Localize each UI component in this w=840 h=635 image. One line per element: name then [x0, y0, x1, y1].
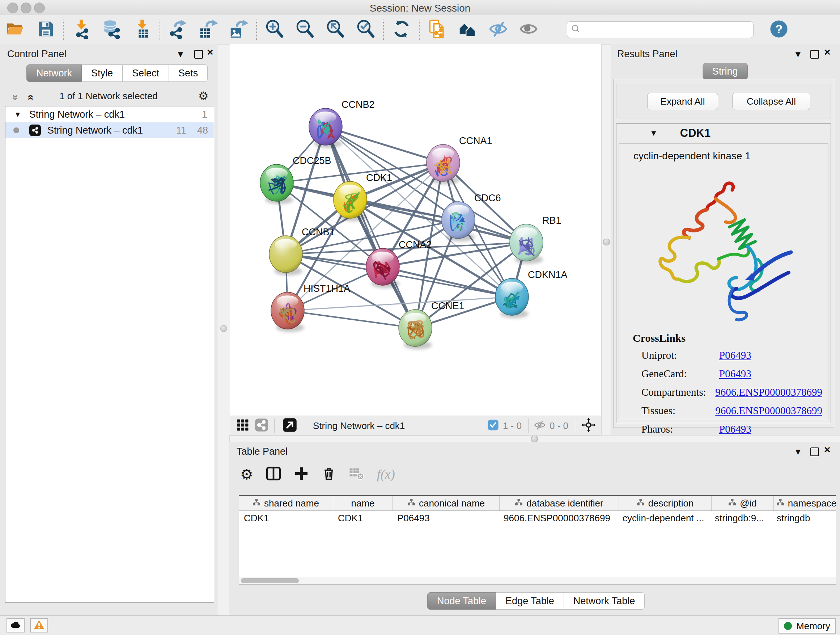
import-network-database-button[interactable] [96, 18, 127, 41]
birds-eye-view-button[interactable] [236, 418, 249, 433]
crosslink-link[interactable]: P06493 [719, 349, 752, 361]
network-node-CDK1[interactable] [333, 181, 367, 218]
delete-column-button[interactable] [321, 466, 336, 483]
zoom-out-button[interactable] [290, 18, 320, 41]
control-panel-close-button[interactable]: × [207, 48, 213, 57]
network-node-CDKN1A[interactable] [495, 279, 529, 315]
network-edge[interactable] [287, 310, 415, 328]
save-session-button[interactable] [30, 18, 61, 41]
show-columns-button[interactable] [265, 466, 281, 483]
crosslink-link[interactable]: 9606.ENSP00000378699 [715, 405, 822, 417]
tab-sets[interactable]: Sets [169, 65, 208, 82]
results-panel-float-button[interactable]: ▼ [794, 49, 802, 59]
crosslink-link[interactable]: P06493 [719, 368, 752, 380]
zoom-selected-button[interactable] [351, 18, 381, 41]
right-splitter[interactable] [601, 44, 611, 436]
pan-mode-icon[interactable] [581, 417, 596, 434]
network-node-CCNA2[interactable] [366, 249, 399, 285]
delete-table-button[interactable] [349, 466, 365, 483]
control-panel-float-button[interactable]: ▼ [176, 49, 185, 59]
results-panel-maximize-button[interactable] [810, 50, 819, 60]
open-view-button[interactable] [283, 418, 297, 434]
network-collection-row[interactable]: ▼ String Network – cdk1 1 [5, 106, 214, 122]
graphics-details-off-button[interactable] [483, 18, 513, 41]
column-header--id[interactable]: @id [712, 496, 774, 510]
export-network-button[interactable] [163, 18, 193, 41]
table-cell[interactable]: P06493 [392, 511, 499, 525]
table-cell[interactable]: CDK1 [333, 511, 392, 525]
network-node-CDC25B[interactable] [260, 165, 294, 201]
network-panel-options-button[interactable]: ⚙ [198, 89, 209, 103]
table-cell[interactable]: cyclin-dependent ... [617, 511, 710, 525]
table-cell[interactable]: 9606.ENSP00000378699 [499, 511, 617, 525]
help-button[interactable]: ? [764, 18, 794, 41]
hidden-eye-icon[interactable] [534, 419, 546, 432]
string-style-button[interactable] [255, 418, 268, 433]
tab-select[interactable]: Select [123, 65, 169, 82]
apply-layout-button[interactable] [386, 18, 417, 41]
tab-network[interactable]: Network [27, 65, 82, 82]
table-cell[interactable]: stringdb:9... [710, 511, 772, 525]
network-node-CCNE1[interactable] [399, 310, 432, 347]
network-node-CCNB2[interactable] [309, 108, 342, 145]
table-panel-close-button[interactable]: × [824, 445, 831, 455]
section-expander-icon[interactable]: ▼ [650, 128, 658, 138]
network-node-RB1[interactable] [510, 224, 543, 261]
selected-checkbox-icon[interactable] [488, 420, 499, 432]
table-cell[interactable]: CDK1 [239, 511, 333, 525]
network-node-CCNB1[interactable] [269, 236, 302, 272]
tab-edge-table[interactable]: Edge Table [496, 592, 564, 610]
network-edge[interactable] [325, 127, 443, 163]
warnings-button[interactable] [30, 618, 48, 632]
column-header-name[interactable]: name [333, 496, 393, 510]
zoom-in-button[interactable] [259, 18, 290, 41]
tree-expander-icon[interactable]: ▼ [14, 111, 21, 119]
crosslink-link[interactable]: 9606.ENSP00000378699 [715, 386, 822, 398]
left-splitter[interactable] [217, 44, 230, 616]
function-builder-button[interactable]: f(x) [377, 467, 395, 482]
column-header-shared-name[interactable]: shared name [239, 496, 333, 510]
tab-node-table[interactable]: Node Table [427, 592, 496, 610]
table-row[interactable]: CDK1CDK1P064939606.ENSP00000378699cyclin… [239, 511, 836, 525]
export-table-button[interactable] [193, 18, 224, 41]
network-row[interactable]: String Network – cdk1 11 48 [5, 122, 214, 138]
control-panel-maximize-button[interactable] [194, 50, 203, 60]
tab-style[interactable]: Style [82, 65, 123, 82]
open-in-web-button[interactable] [422, 18, 453, 41]
results-panel-close-button[interactable]: × [824, 48, 831, 57]
left-splitter-handle[interactable] [220, 325, 227, 332]
network-node-CDC6[interactable] [442, 202, 475, 239]
table-panel-maximize-button[interactable] [810, 448, 819, 458]
table-hscrollbar-thumb[interactable] [241, 578, 299, 583]
network-graph[interactable]: CCNB2CCNA1CDC25BCDK1CDC6RB1CCNB1CCNA2CDK… [230, 44, 601, 416]
table-cell[interactable]: stringdb [772, 511, 836, 525]
export-image-button[interactable] [224, 18, 254, 41]
collapse-all-button[interactable]: Collapse All [732, 93, 810, 110]
expand-all-button[interactable]: Expand All [647, 93, 718, 110]
network-node-CCNA1[interactable] [426, 144, 460, 181]
import-network-file-button[interactable] [66, 18, 96, 41]
string-home-button[interactable] [453, 18, 483, 41]
graphics-details-on-button[interactable] [513, 18, 544, 41]
memory-button[interactable]: Memory [778, 618, 836, 633]
cloud-status-button[interactable] [6, 618, 25, 632]
node-table[interactable]: shared namenamecanonical namedatabase id… [239, 495, 836, 585]
tab-network-table[interactable]: Network Table [564, 592, 645, 610]
column-header-description[interactable]: description [619, 496, 712, 510]
right-splitter-handle[interactable] [603, 239, 610, 245]
network-canvas[interactable]: CCNB2CCNA1CDC25BCDK1CDC6RB1CCNB1CCNA2CDK… [230, 44, 601, 416]
gene-section-header[interactable]: ▼ CDK1 [616, 124, 831, 143]
network-edge[interactable] [383, 267, 512, 297]
import-table-file-button[interactable] [127, 18, 157, 41]
create-column-button[interactable] [294, 466, 309, 483]
column-header-namespace[interactable]: namespace [774, 496, 836, 510]
zoom-fit-button[interactable] [320, 18, 351, 41]
open-session-button[interactable] [0, 18, 30, 41]
network-edge[interactable] [325, 127, 415, 328]
column-header-canonical-name[interactable]: canonical name [393, 496, 500, 510]
table-hscrollbar[interactable] [239, 577, 836, 584]
search-box[interactable] [567, 21, 753, 38]
search-input[interactable] [584, 24, 750, 35]
table-options-button[interactable]: ⚙ [240, 466, 253, 483]
network-node-HIST1H1A[interactable] [271, 292, 304, 329]
